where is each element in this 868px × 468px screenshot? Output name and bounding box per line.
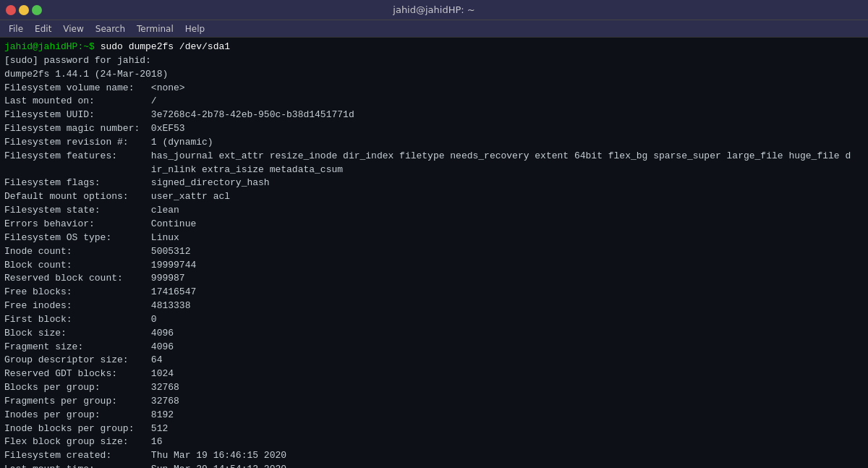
terminal-line: Blocks per group: 32768 [4, 381, 864, 395]
menu-file[interactable]: File [3, 22, 29, 35]
terminal-line: Block count: 19999744 [4, 259, 864, 273]
menu-search[interactable]: Search [90, 22, 131, 35]
terminal-line: Filesystem OS type: Linux [4, 231, 864, 245]
terminal-line: Inode blocks per group: 512 [4, 422, 864, 436]
terminal-line: Filesystem flags: signed_directory_hash [4, 176, 864, 190]
terminal-output: [sudo] password for jahid:dumpe2fs 1.44.… [4, 54, 864, 468]
terminal-line: Block size: 4096 [4, 327, 864, 341]
terminal-line: Free blocks: 17416547 [4, 286, 864, 299]
terminal-line: Reserved GDT blocks: 1024 [4, 367, 864, 381]
menu-help[interactable]: Help [179, 22, 210, 35]
terminal-line: First block: 0 [4, 313, 864, 327]
terminal-line: Filesystem revision #: 1 (dynamic) [4, 136, 864, 150]
command-text: sudo dumpe2fs /dev/sda1 [95, 41, 230, 52]
window-title: jahid@jahidHP: ~ [49, 4, 819, 15]
terminal-line: Filesystem UUID: 3e7268c4-2b78-42eb-950c… [4, 109, 864, 122]
menu-terminal[interactable]: Terminal [131, 22, 179, 35]
menu-edit[interactable]: Edit [29, 22, 57, 35]
prompt-line: jahid@jahidHP:~$ sudo dumpe2fs /dev/sda1 [4, 41, 864, 54]
terminal-line: [sudo] password for jahid: [4, 54, 864, 68]
terminal-line: Errors behavior: Continue [4, 218, 864, 231]
terminal-line: Fragment size: 4096 [4, 341, 864, 354]
terminal-line: Filesystem magic number: 0xEF53 [4, 122, 864, 136]
terminal-line: ir_nlink extra_isize metadata_csum [4, 163, 864, 177]
terminal-line: Reserved block count: 999987 [4, 272, 864, 286]
terminal-line: Default mount options: user_xattr acl [4, 190, 864, 204]
minimize-button[interactable] [19, 5, 29, 15]
terminal-line: Filesystem features: has_journal ext_att… [4, 150, 864, 163]
close-button[interactable] [6, 5, 16, 15]
terminal-line: Inode count: 5005312 [4, 245, 864, 259]
terminal-line: Filesystem volume name: <none> [4, 82, 864, 95]
terminal-line: Free inodes: 4813338 [4, 299, 864, 313]
menu-view[interactable]: View [57, 22, 89, 35]
terminal-line: Last mount time: Sun Mar 29 14:54:12 202… [4, 463, 864, 468]
terminal-line: Flex block group size: 16 [4, 435, 864, 449]
terminal-line: dumpe2fs 1.44.1 (24-Mar-2018) [4, 68, 864, 82]
terminal-line: Filesystem state: clean [4, 204, 864, 218]
prompt-user: jahid@jahidHP:~$ [4, 41, 95, 52]
terminal-line: Inodes per group: 8192 [4, 409, 864, 422]
terminal-window[interactable]: jahid@jahidHP:~$ sudo dumpe2fs /dev/sda1… [0, 38, 868, 468]
titlebar: jahid@jahidHP: ~ [0, 0, 868, 20]
terminal-line: Filesystem created: Thu Mar 19 16:46:15 … [4, 449, 864, 463]
terminal-line: Last mounted on: / [4, 95, 864, 109]
maximize-button[interactable] [32, 5, 42, 15]
terminal-line: Fragments per group: 32768 [4, 395, 864, 409]
terminal-line: Group descriptor size: 64 [4, 354, 864, 367]
menubar: File Edit View Search Terminal Help [0, 20, 868, 38]
